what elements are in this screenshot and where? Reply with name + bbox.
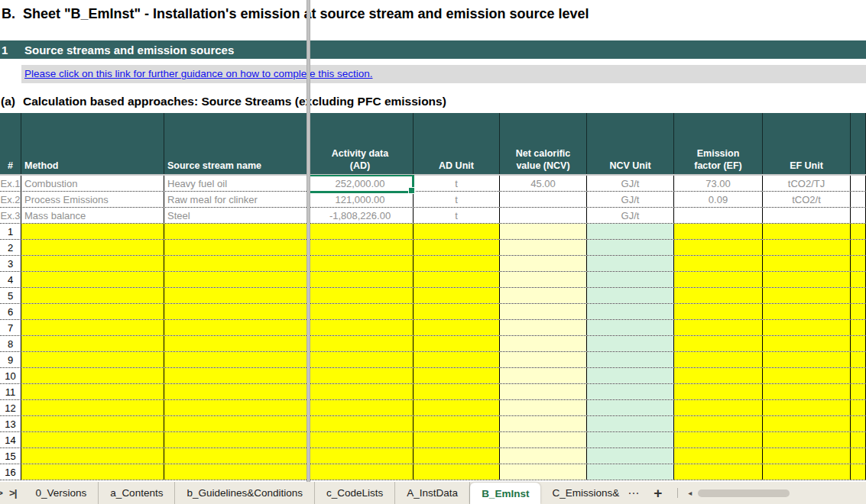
cell-source[interactable]: Steel [164, 208, 307, 223]
cell-ncv_unit[interactable] [587, 416, 674, 431]
cell-ad[interactable] [307, 448, 414, 464]
cell-ad[interactable] [307, 320, 414, 335]
sheet-tab-0-versions[interactable]: 0_Versions [24, 482, 99, 504]
cell-extra[interactable] [851, 192, 866, 207]
cell-source[interactable] [164, 368, 307, 383]
cell-ncv_unit[interactable] [587, 304, 674, 319]
cell-num[interactable]: Ex.2 [0, 192, 21, 207]
cell-ncv_unit[interactable] [587, 400, 674, 415]
cell-num[interactable]: 4 [0, 272, 21, 287]
cell-ncv[interactable] [500, 464, 587, 480]
cell-ncv_unit[interactable] [587, 320, 674, 335]
cell-ncv_unit[interactable] [587, 336, 674, 351]
cell-method[interactable] [21, 224, 164, 239]
cell-extra[interactable] [851, 384, 866, 399]
cell-ef[interactable] [674, 464, 763, 480]
cell-ncv_unit[interactable] [587, 432, 674, 447]
cell-ncv_unit[interactable]: GJ/t [587, 192, 674, 207]
cell-method[interactable]: Combustion [21, 176, 164, 191]
cell-extra[interactable] [851, 320, 866, 335]
cell-ad[interactable] [307, 352, 414, 367]
cell-ef_unit[interactable] [763, 352, 851, 367]
cell-method[interactable] [21, 336, 164, 351]
cell-num[interactable]: 7 [0, 320, 21, 335]
cell-num[interactable]: 13 [0, 416, 21, 431]
cell-method[interactable] [21, 400, 164, 415]
cell-ef[interactable] [674, 384, 763, 399]
freeze-pane-divider[interactable] [307, 0, 310, 482]
cell-ef_unit[interactable] [763, 384, 851, 399]
cell-ad[interactable] [307, 400, 414, 415]
cell-ncv_unit[interactable] [587, 288, 674, 303]
cell-ef[interactable] [674, 336, 763, 351]
cell-ad[interactable] [307, 256, 414, 271]
cell-extra[interactable] [851, 400, 866, 415]
cell-ad[interactable] [307, 304, 414, 319]
cell-method[interactable] [21, 352, 164, 367]
cell-source[interactable] [164, 384, 307, 399]
cell-ef_unit[interactable] [763, 208, 851, 223]
cell-source[interactable] [164, 448, 307, 464]
cell-ef_unit[interactable] [763, 400, 851, 415]
cell-source[interactable]: Raw meal for clinker [164, 192, 307, 207]
cell-extra[interactable] [851, 352, 866, 367]
cell-num[interactable]: 5 [0, 288, 21, 303]
cell-extra[interactable] [851, 208, 866, 223]
cell-ad_unit[interactable] [414, 224, 500, 239]
cell-ef_unit[interactable] [763, 304, 851, 319]
sheet-tab-c-codelists[interactable]: c_CodeLists [315, 482, 395, 504]
cell-ncv[interactable] [500, 368, 587, 383]
cell-method[interactable] [21, 432, 164, 447]
cell-ef[interactable] [674, 304, 763, 319]
cell-ad[interactable]: 121,000.00 [307, 192, 414, 207]
cell-ef_unit[interactable] [763, 368, 851, 383]
cell-method[interactable] [21, 416, 164, 431]
cell-method[interactable]: Mass balance [21, 208, 164, 223]
cell-ncv[interactable]: 45.00 [500, 176, 587, 191]
cell-ncv[interactable] [500, 240, 587, 255]
cell-num[interactable]: Ex.3 [0, 208, 21, 223]
cell-ncv[interactable] [500, 208, 587, 223]
cell-extra[interactable] [851, 288, 866, 303]
cell-ef[interactable] [674, 240, 763, 255]
cell-ad_unit[interactable] [414, 256, 500, 271]
cell-ef[interactable] [674, 448, 763, 464]
cell-ef_unit[interactable] [763, 416, 851, 431]
cell-ad_unit[interactable] [414, 288, 500, 303]
cell-ncv_unit[interactable] [587, 272, 674, 287]
cell-method[interactable] [21, 448, 164, 464]
cell-ncv[interactable] [500, 288, 587, 303]
more-sheets-icon[interactable]: ⋯ [621, 482, 647, 504]
cell-num[interactable]: 11 [0, 384, 21, 399]
cell-ad_unit[interactable] [414, 336, 500, 351]
cell-ef[interactable] [674, 320, 763, 335]
next-sheet-icon[interactable]: > [0, 487, 2, 499]
cell-ad_unit[interactable] [414, 304, 500, 319]
last-sheet-icon[interactable]: >| [9, 487, 17, 499]
cell-source[interactable] [164, 256, 307, 271]
cell-ad[interactable] [307, 384, 414, 399]
cell-ad[interactable] [307, 464, 414, 480]
cell-ncv[interactable] [500, 256, 587, 271]
sheet-tab-a-contents[interactable]: a_Contents [99, 482, 175, 504]
cell-ncv[interactable] [500, 336, 587, 351]
cell-extra[interactable] [851, 224, 866, 239]
cell-method[interactable] [21, 384, 164, 399]
cell-source[interactable] [164, 432, 307, 447]
cell-extra[interactable] [851, 336, 866, 351]
cell-ef[interactable] [674, 288, 763, 303]
cell-ad[interactable] [307, 224, 414, 239]
cell-ad_unit[interactable] [414, 464, 500, 480]
cell-extra[interactable] [851, 176, 866, 191]
cell-method[interactable] [21, 368, 164, 383]
cell-ncv_unit[interactable] [587, 448, 674, 464]
cell-ncv_unit[interactable]: GJ/t [587, 208, 674, 223]
cell-source[interactable] [164, 224, 307, 239]
cell-ad[interactable] [307, 416, 414, 431]
cell-method[interactable] [21, 272, 164, 287]
cell-ncv_unit[interactable] [587, 384, 674, 399]
cell-ad[interactable] [307, 368, 414, 383]
cell-ef[interactable] [674, 256, 763, 271]
cell-extra[interactable] [851, 432, 866, 447]
cell-ncv_unit[interactable] [587, 240, 674, 255]
